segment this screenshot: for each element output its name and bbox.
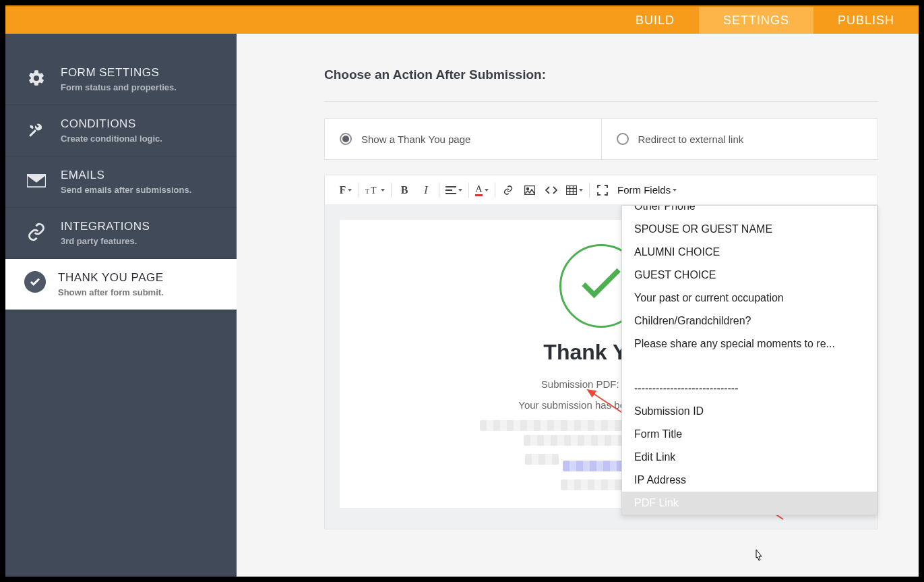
sidebar-item-sub: 3rd party features. <box>61 236 150 246</box>
separator-icon <box>589 183 590 198</box>
settings-sidebar: FORM SETTINGS Form status and properties… <box>5 34 237 577</box>
divider <box>324 101 878 102</box>
text-color-button[interactable]: A <box>473 181 491 200</box>
sidebar-item-thank-you-page[interactable]: THANK YOU PAGE Shown after form submit. <box>5 259 243 310</box>
dd-divider: ----------------------------- <box>622 377 877 400</box>
envelope-icon <box>24 169 49 193</box>
sidebar-item-sub: Create conditional logic. <box>61 134 162 144</box>
separator-icon <box>495 183 495 198</box>
separator-icon <box>359 183 359 198</box>
sidebar-item-label: THANK YOU PAGE <box>58 271 164 285</box>
dd-item-spouse-guest-name[interactable]: SPOUSE OR GUEST NAME <box>622 218 877 241</box>
sidebar-item-sub: Send emails after submissions. <box>61 185 191 195</box>
tools-icon <box>24 117 49 142</box>
bold-button[interactable]: B <box>396 181 413 200</box>
separator-icon <box>468 183 469 198</box>
radio-icon <box>340 133 352 145</box>
table-button[interactable] <box>564 181 585 200</box>
dd-item-guest-choice[interactable]: GUEST CHOICE <box>622 264 877 287</box>
nav-build[interactable]: BUILD <box>611 7 699 34</box>
link-icon <box>24 220 49 244</box>
svg-point-3 <box>527 187 529 190</box>
form-fields-label: Form Fields <box>617 184 671 196</box>
font-size-button[interactable]: TT <box>363 181 387 200</box>
sidebar-item-conditions[interactable]: CONDITIONS Create conditional logic. <box>5 105 237 156</box>
sidebar-item-emails[interactable]: EMAILS Send emails after submissions. <box>5 156 237 208</box>
nav-settings[interactable]: SETTINGS <box>699 7 813 34</box>
dd-item-special-moments[interactable]: Please share any special moments to re..… <box>622 332 877 355</box>
svg-text:T: T <box>371 185 377 195</box>
separator-icon <box>439 183 439 198</box>
editor-toolbar: F TT B I A <box>325 175 877 205</box>
dd-blank <box>622 355 877 377</box>
option-label: Redirect to external link <box>638 134 744 145</box>
dd-item-pdf-link[interactable]: PDF Link <box>622 492 877 515</box>
nav-publish[interactable]: PUBLISH <box>813 7 919 34</box>
option-label: Show a Thank You page <box>361 134 470 145</box>
action-selector: Show a Thank You page Redirect to extern… <box>324 118 878 160</box>
content-area: Choose an Action After Submission: Show … <box>237 34 919 577</box>
svg-rect-4 <box>567 185 577 194</box>
sidebar-item-label: FORM SETTINGS <box>61 66 177 80</box>
dd-item-children[interactable]: Children/Grandchildren? <box>622 310 877 332</box>
italic-button[interactable]: I <box>417 181 435 200</box>
fullscreen-button[interactable] <box>594 181 611 200</box>
code-button[interactable] <box>543 181 560 200</box>
thank-you-editor: F TT B I A <box>324 175 878 529</box>
sidebar-item-label: INTEGRATIONS <box>61 220 150 233</box>
top-navbar: BUILD SETTINGS PUBLISH <box>5 5 919 34</box>
cursor-pointer-icon <box>752 548 766 564</box>
sidebar-item-integrations[interactable]: INTEGRATIONS 3rd party features. <box>5 208 237 259</box>
image-button[interactable] <box>521 181 538 200</box>
separator-icon <box>391 183 392 198</box>
sidebar-item-sub: Form status and properties. <box>61 82 177 92</box>
option-redirect[interactable]: Redirect to external link <box>601 119 878 159</box>
align-button[interactable] <box>443 181 464 200</box>
sidebar-item-label: EMAILS <box>61 169 191 182</box>
sidebar-item-form-settings[interactable]: FORM SETTINGS Form status and properties… <box>5 54 237 105</box>
radio-icon <box>617 133 629 145</box>
section-heading: Choose an Action After Submission: <box>324 67 878 82</box>
svg-text:T: T <box>365 187 369 195</box>
dd-item-form-title[interactable]: Form Title <box>622 423 877 446</box>
dd-item-alumni-choice[interactable]: ALUMNI CHOICE <box>622 241 877 264</box>
font-family-button[interactable]: F <box>337 181 355 200</box>
form-fields-dropdown-button[interactable]: Form Fields <box>615 181 679 200</box>
dd-item-ip-address[interactable]: IP Address <box>622 469 877 492</box>
dd-item-submission-id[interactable]: Submission ID <box>622 400 877 423</box>
dd-item-edit-link[interactable]: Edit Link <box>622 446 877 469</box>
gear-icon <box>24 66 49 90</box>
sidebar-item-label: CONDITIONS <box>61 117 162 131</box>
link-button[interactable] <box>499 181 517 200</box>
sidebar-item-sub: Shown after form submit. <box>58 287 164 297</box>
dd-item-occupation[interactable]: Your past or current occupation <box>622 287 877 310</box>
option-thank-you-page[interactable]: Show a Thank You page <box>325 119 601 159</box>
form-fields-dropdown-menu[interactable]: Other Phone SPOUSE OR GUEST NAME ALUMNI … <box>621 205 877 515</box>
check-circle-icon <box>24 271 46 293</box>
dd-item-other-phone[interactable]: Other Phone <box>622 205 877 218</box>
